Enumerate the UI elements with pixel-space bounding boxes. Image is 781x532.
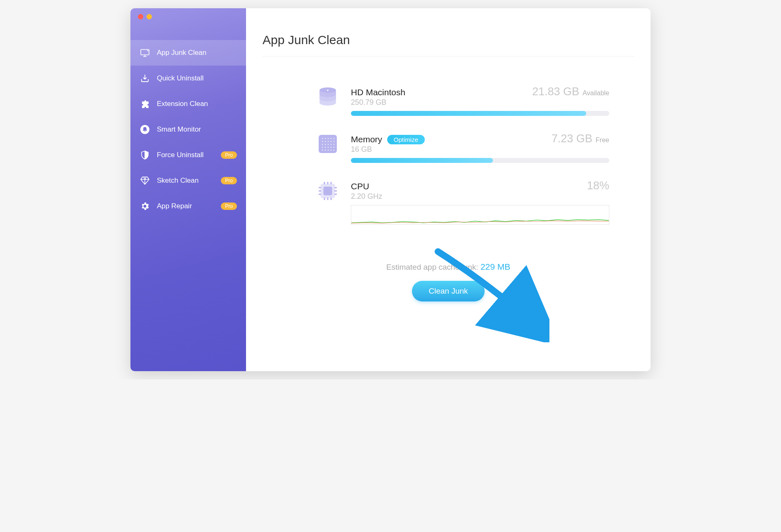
sidebar-item-label: Extension Clean: [157, 100, 208, 108]
disk-available-label: Available: [582, 89, 609, 97]
svg-point-20: [334, 144, 335, 145]
svg-point-23: [328, 147, 329, 148]
cpu-title: CPU: [351, 181, 382, 191]
svg-point-11: [322, 141, 323, 142]
svg-point-28: [328, 150, 329, 151]
svg-point-6: [322, 138, 323, 139]
sidebar-item-label: App Repair: [157, 202, 192, 210]
pro-badge: Pro: [221, 177, 237, 184]
svg-point-7: [325, 138, 326, 139]
svg-point-30: [334, 150, 335, 151]
svg-point-9: [331, 138, 332, 139]
sidebar-item-label: Smart Monitor: [157, 125, 201, 134]
window-controls: [130, 8, 246, 24]
stats-section: HD Macintosh 250.79 GB 21.83 GB Availabl…: [263, 85, 634, 225]
minimize-window-button[interactable]: [147, 14, 152, 19]
sidebar-item-app-junk-clean[interactable]: App Junk Clean: [130, 40, 246, 66]
bell-circle-icon: [140, 124, 150, 135]
sidebar-item-label: Force Uninstall: [157, 151, 204, 159]
cpu-icon: [316, 179, 339, 202]
svg-point-24: [331, 147, 332, 148]
memory-free-label: Free: [596, 137, 609, 144]
disk-usage-fill: [351, 111, 586, 116]
disk-title: HD Macintosh: [351, 87, 405, 97]
estimate-value: 229 MB: [480, 262, 510, 271]
shield-half-icon: [140, 150, 150, 160]
cpu-usage: 18%: [587, 179, 609, 192]
cpu-chart: [351, 205, 609, 225]
cpu-freq: 2.20 GHz: [351, 192, 382, 201]
svg-point-17: [325, 144, 326, 145]
page-title: App Junk Clean: [263, 33, 634, 56]
svg-point-18: [328, 144, 329, 145]
estimate-label: Estimated app cache junk:: [386, 263, 478, 271]
estimate-text: Estimated app cache junk: 229 MB: [263, 262, 634, 272]
memory-usage-bar: [351, 158, 609, 163]
disk-available-value: 21.83 GB: [532, 85, 579, 98]
memory-total: 16 GB: [351, 145, 425, 154]
svg-point-10: [334, 138, 335, 139]
pro-badge: Pro: [221, 151, 237, 159]
svg-point-29: [331, 150, 332, 151]
gear-icon: [140, 201, 150, 212]
memory-icon: [316, 132, 339, 155]
disk-stat: HD Macintosh 250.79 GB 21.83 GB Availabl…: [316, 85, 609, 116]
optimize-button[interactable]: Optimize: [387, 135, 425, 144]
sidebar-item-extension-clean[interactable]: Extension Clean: [130, 91, 246, 117]
sidebar: App Junk Clean Quick Uninstall Extension…: [130, 8, 246, 371]
sidebar-item-label: App Junk Clean: [157, 49, 206, 57]
app-window: App Junk Clean Quick Uninstall Extension…: [130, 8, 651, 371]
sidebar-item-force-uninstall[interactable]: Force Uninstall Pro: [130, 142, 246, 168]
svg-point-8: [328, 138, 329, 139]
svg-point-14: [331, 141, 332, 142]
svg-point-13: [328, 141, 329, 142]
svg-point-15: [334, 141, 335, 142]
pro-badge: Pro: [221, 202, 237, 210]
memory-free-value: 7.23 GB: [551, 132, 592, 145]
svg-rect-32: [324, 187, 331, 195]
svg-point-27: [325, 150, 326, 151]
memory-stat: Memory Optimize 16 GB 7.23 GB Free: [316, 132, 609, 163]
diamond-icon: [140, 175, 150, 186]
sidebar-item-quick-uninstall[interactable]: Quick Uninstall: [130, 66, 246, 91]
svg-point-16: [322, 144, 323, 145]
svg-point-21: [322, 147, 323, 148]
puzzle-icon: [140, 99, 150, 109]
svg-point-26: [322, 150, 323, 151]
memory-title: Memory: [351, 134, 382, 144]
disk-usage-bar: [351, 111, 609, 116]
svg-point-22: [325, 147, 326, 148]
svg-point-19: [331, 144, 332, 145]
main-panel: App Junk Clean HD Macintosh 250.79 GB 21…: [246, 8, 651, 371]
sidebar-item-smart-monitor[interactable]: Smart Monitor: [130, 117, 246, 142]
disk-total: 250.79 GB: [351, 98, 405, 107]
svg-point-12: [325, 141, 326, 142]
download-box-icon: [140, 73, 150, 84]
sidebar-nav: App Junk Clean Quick Uninstall Extension…: [130, 40, 246, 219]
svg-point-25: [334, 147, 335, 148]
svg-point-1: [147, 50, 149, 52]
disk-icon: [316, 85, 339, 108]
sidebar-item-app-repair[interactable]: App Repair Pro: [130, 193, 246, 219]
sidebar-item-sketch-clean[interactable]: Sketch Clean Pro: [130, 168, 246, 193]
memory-usage-fill: [351, 158, 493, 163]
monitor-clean-icon: [140, 47, 150, 58]
cpu-stat: CPU 2.20 GHz 18%: [316, 179, 609, 225]
clean-junk-button[interactable]: Clean Junk: [412, 281, 484, 301]
svg-point-4: [327, 89, 329, 91]
sidebar-item-label: Quick Uninstall: [157, 74, 204, 82]
close-window-button[interactable]: [138, 14, 143, 19]
sidebar-item-label: Sketch Clean: [157, 177, 199, 185]
